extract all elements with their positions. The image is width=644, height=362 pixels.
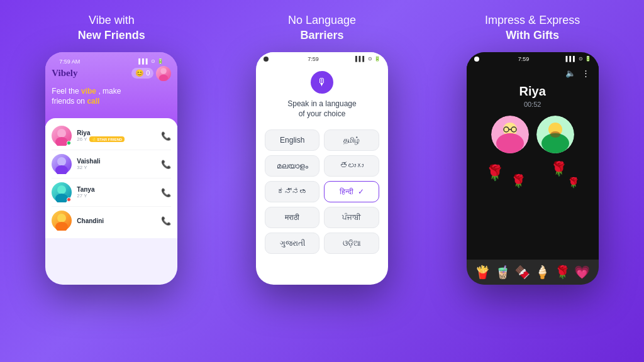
section-right: Impress & Express With Gifts 7:59 ▌▌▌ ⊙ … xyxy=(435,13,630,285)
gift-chocolate[interactable]: 🍫 xyxy=(514,265,530,280)
svg-point-3 xyxy=(55,137,68,146)
contacts-list: Riya 26 Y ⭐ STAR FRIEND 📞 xyxy=(45,118,177,238)
vibely-header: Vibely 😊 0 xyxy=(52,66,171,81)
call-icon-tanya[interactable]: 📞 xyxy=(161,188,171,197)
emoji-badge: 😊 0 xyxy=(131,68,153,79)
section-left-title: Vibe with New Friends xyxy=(78,13,145,43)
gift-icecream[interactable]: 🍦 xyxy=(535,265,550,280)
language-grid[interactable]: English தமிழ் മലയാളം తెలుగు ಕನ್ನಡ हिन्दी… xyxy=(256,126,388,258)
section-middle-title: No Language Barriers xyxy=(288,13,356,43)
lang-gujarati[interactable]: ગુજરાતી xyxy=(265,233,320,254)
middle-status-dot xyxy=(264,57,269,62)
lang-malayalam[interactable]: മലയാളം xyxy=(265,155,320,177)
contact-avatar-tanya xyxy=(52,182,72,202)
call-screen: 🔈 ⋮ Riya 00:52 xyxy=(467,63,599,232)
svg-point-1 xyxy=(159,74,168,80)
contact-avatar-chandini xyxy=(52,211,72,231)
svg-point-7 xyxy=(55,194,68,202)
svg-point-19 xyxy=(550,131,560,138)
call-icon-riya[interactable]: 📞 xyxy=(161,131,171,141)
vibely-logo: Vibely xyxy=(52,68,77,79)
contact-avatar-vaishali xyxy=(52,154,72,174)
svg-point-5 xyxy=(55,165,68,174)
lang-odia[interactable]: ଓଡ଼ିଆ xyxy=(324,233,379,254)
lang-tamil[interactable]: தமிழ் xyxy=(324,129,379,151)
gift-rose[interactable]: 🌹 xyxy=(555,265,570,280)
contact-item: Tanya 27 Y 📞 xyxy=(52,178,171,207)
call-avatar-other xyxy=(536,116,574,153)
lang-punjabi[interactable]: ਪੰਜਾਬੀ xyxy=(324,207,379,228)
mic-icon: 🎙 xyxy=(311,71,333,94)
section-right-title: Impress & Express With Gifts xyxy=(485,13,580,43)
contact-avatar-riya xyxy=(52,126,72,146)
gift-bubble-tea[interactable]: 🧋 xyxy=(495,265,511,280)
contact-item: Riya 26 Y ⭐ STAR FRIEND 📞 xyxy=(52,122,171,150)
lang-english[interactable]: English xyxy=(265,129,320,151)
contact-item: Vaishali 32 Y 📞 xyxy=(52,150,171,178)
svg-point-4 xyxy=(57,157,66,166)
status-bar-middle: 7:59 ▌▌▌ ⊙ 🔋 xyxy=(256,52,388,63)
svg-point-6 xyxy=(57,185,66,194)
phone-left: 7:59 AM ▌▌▌ ⊙ 🔋 Vibely 😊 0 xyxy=(45,52,177,285)
svg-point-0 xyxy=(161,68,167,74)
hero-text: Feel the vibe , makefriends on call xyxy=(52,86,171,107)
call-avatar-riya xyxy=(491,116,529,153)
main-sections: Vibe with New Friends 7:59 AM ▌▌▌ ⊙ 🔋 Vi… xyxy=(6,13,638,285)
gift-fries[interactable]: 🍟 xyxy=(475,265,491,280)
phone-middle: 7:59 ▌▌▌ ⊙ 🔋 🎙 Speak in a languageof you… xyxy=(256,52,388,285)
call-timer: 00:52 xyxy=(524,101,541,108)
svg-point-9 xyxy=(55,222,68,231)
section-left: Vibe with New Friends 7:59 AM ▌▌▌ ⊙ 🔋 Vi… xyxy=(14,13,209,285)
lang-marathi[interactable]: मराठी xyxy=(265,207,320,228)
call-icon-chandini[interactable]: 📞 xyxy=(161,216,171,226)
language-prompt: Speak in a languageof your choice xyxy=(287,99,356,120)
right-status-dot xyxy=(474,57,479,62)
svg-point-2 xyxy=(57,129,66,138)
speaker-icon[interactable]: 🔈 xyxy=(565,69,575,78)
contact-item: Chandini 📞 xyxy=(52,207,171,234)
phone-right: 7:59 ▌▌▌ ⊙ 🔋 🔈 ⋮ Riya 00:52 xyxy=(467,52,599,285)
mic-area: 🎙 Speak in a languageof your choice xyxy=(256,63,388,126)
lang-kannada[interactable]: ಕನ್ನಡ xyxy=(265,181,320,202)
gift-bar[interactable]: 🍟 🧋 🍫 🍦 🌹 💗 xyxy=(467,260,599,285)
section-middle: No Language Barriers 7:59 ▌▌▌ ⊙ 🔋 🎙 Spea… xyxy=(225,13,419,285)
user-avatar-header xyxy=(156,66,171,81)
call-name: Riya xyxy=(519,84,546,99)
call-avatars xyxy=(491,116,574,153)
roses-decoration: 🌹 🌹 🌹 🌹 xyxy=(479,161,586,195)
status-bar-right: 7:59 ▌▌▌ ⊙ 🔋 xyxy=(467,52,599,63)
lang-hindi[interactable]: हिन्दी ✓ xyxy=(324,181,379,202)
svg-rect-12 xyxy=(496,133,524,153)
call-icon-vaishali[interactable]: 📞 xyxy=(161,160,171,169)
gift-heart[interactable]: 💗 xyxy=(574,265,590,280)
svg-point-8 xyxy=(57,214,66,222)
status-bar-left: 7:59 AM ▌▌▌ ⊙ 🔋 xyxy=(52,55,171,66)
more-options-icon[interactable]: ⋮ xyxy=(582,69,590,78)
lang-telugu[interactable]: తెలుగు xyxy=(324,155,379,177)
call-top-icons: 🔈 ⋮ xyxy=(467,69,599,78)
